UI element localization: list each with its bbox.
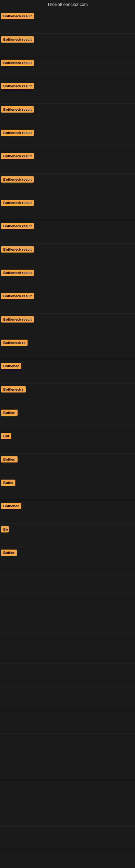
list-item: Bottleneck result xyxy=(0,267,135,290)
site-title-container: TheBottlenecker.com xyxy=(0,0,135,10)
bottleneck-result-badge[interactable]: Bottler xyxy=(1,550,17,556)
empty-row xyxy=(0,617,135,640)
list-item: Bottleneck r xyxy=(0,383,135,407)
empty-row xyxy=(0,780,135,803)
list-item: Bottleneck result xyxy=(0,220,135,244)
bottleneck-result-badge[interactable]: Bottlen xyxy=(1,456,17,463)
bottleneck-result-badge[interactable]: Bottleneck result xyxy=(1,130,34,136)
empty-row xyxy=(0,757,135,780)
list-item: Bottlen xyxy=(0,407,135,430)
bottleneck-result-badge[interactable]: Bottleneck result xyxy=(1,83,34,89)
bottleneck-result-badge[interactable]: Bottlen xyxy=(1,410,17,416)
bottleneck-result-badge[interactable]: Bottleneck result xyxy=(1,13,34,19)
bottleneck-result-badge[interactable]: Bottle xyxy=(1,479,15,486)
empty-row xyxy=(0,640,135,663)
site-title: TheBottlenecker.com xyxy=(0,0,135,10)
empty-row xyxy=(0,803,135,827)
list-item: Bottle xyxy=(0,477,135,500)
list-item: Bottleneck result xyxy=(0,80,135,104)
empty-row xyxy=(0,710,135,734)
list-item: Bottleneck result xyxy=(0,57,135,80)
bottleneck-result-badge[interactable]: Bottlenec xyxy=(1,503,21,509)
list-item: Bottleneck result xyxy=(0,127,135,150)
list-item: Bo xyxy=(0,524,135,547)
bottleneck-result-badge[interactable]: Bottleneck result xyxy=(1,106,34,113)
list-item: Bottlenec xyxy=(0,500,135,524)
bottleneck-result-badge[interactable]: Bottleneck result xyxy=(1,199,34,206)
empty-row xyxy=(0,687,135,710)
empty-row xyxy=(0,593,135,617)
bottleneck-result-badge[interactable]: Bottleneck re xyxy=(1,340,28,346)
list-item: Bottleneck result xyxy=(0,244,135,267)
list-item: Bottleneck result xyxy=(0,197,135,220)
list-item: Bottleneck result xyxy=(0,314,135,337)
bottleneck-result-badge[interactable]: Bottleneck result xyxy=(1,176,34,183)
bottleneck-result-badge[interactable]: Bottleneck result xyxy=(1,316,34,322)
bottleneck-result-badge[interactable]: Bottleneck result xyxy=(1,223,34,229)
list-item: Bottleneck result xyxy=(0,104,135,127)
list-item: Bot xyxy=(0,430,135,454)
empty-row xyxy=(0,734,135,757)
bottleneck-result-badge[interactable]: Bot xyxy=(1,433,11,439)
bottleneck-result-badge[interactable]: Bottleneck result xyxy=(1,60,34,66)
list-item: Bottleneck re xyxy=(0,337,135,360)
bottleneck-result-badge[interactable]: Bo xyxy=(1,526,9,532)
empty-row xyxy=(0,827,135,850)
list-item: Bottleneck result xyxy=(0,150,135,174)
bottleneck-result-badge[interactable]: Bottleneck result xyxy=(1,153,34,159)
bottleneck-result-badge[interactable]: Bottlenec xyxy=(1,363,21,369)
list-item: Bottleneck result xyxy=(0,290,135,314)
list-item: Bottleneck result xyxy=(0,174,135,197)
list-item: Bottlenec xyxy=(0,360,135,383)
list-item: Bottleneck result xyxy=(0,10,135,34)
bottleneck-result-badge[interactable]: Bottleneck r xyxy=(1,386,26,393)
bottleneck-result-badge[interactable]: Bottleneck result xyxy=(1,36,34,42)
empty-row xyxy=(0,850,135,868)
bottleneck-result-badge[interactable]: Bottleneck result xyxy=(1,270,34,276)
bottleneck-result-badge[interactable]: Bottleneck result xyxy=(1,246,34,252)
list-item: Bottleneck result xyxy=(0,34,135,57)
bottleneck-result-badge[interactable]: Bottleneck result xyxy=(1,293,34,299)
empty-row xyxy=(0,663,135,687)
empty-row xyxy=(0,570,135,593)
list-item: Bottlen xyxy=(0,454,135,477)
list-item: Bottler xyxy=(0,547,135,570)
badges-container: Bottleneck resultBottleneck resultBottle… xyxy=(0,10,135,868)
